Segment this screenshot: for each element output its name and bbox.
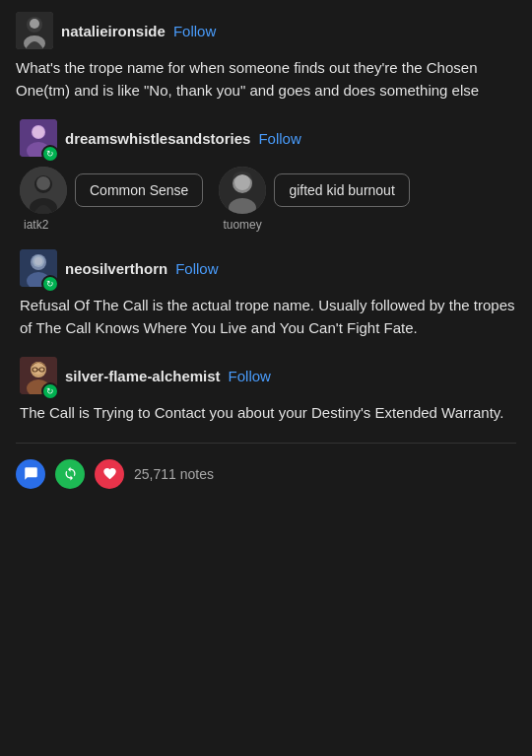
meme-username-tuomey: tuomey (223, 218, 261, 232)
meme-card-left: Common Sense (20, 167, 203, 214)
chat-icon (16, 459, 45, 489)
meme-item-left: Common Sense iatk2 (20, 167, 203, 232)
username-dreams: dreamswhistlesandstories (65, 130, 250, 147)
post-natalieironside: natalieironside Follow What's the trope … (16, 12, 516, 102)
post-dreamswhistlesandstories: ↻ dreamswhistlesandstories Follow (16, 119, 516, 232)
follow-button-natalieironside[interactable]: Follow (173, 23, 216, 39)
post-text-natalieironside: What's the trope name for when someone f… (16, 57, 516, 102)
user-row-silver: ↻ silver-flame-alchemist Follow (20, 357, 516, 394)
user-row-neo: ↻ neosilverthorn Follow (20, 249, 516, 287)
post-text-silver: The Call is Trying to Contact you about … (20, 402, 516, 425)
follow-button-dreams[interactable]: Follow (258, 130, 300, 147)
avatar-tuomey (219, 167, 266, 214)
username-natalieironside: natalieironside (61, 23, 166, 39)
notes-row: 25,711 notes (16, 459, 516, 489)
notes-divider (16, 443, 516, 444)
user-row-natalieironside: natalieironside Follow (16, 12, 516, 49)
follow-button-silver[interactable]: Follow (229, 368, 271, 384)
post-silver-flame: ↻ silver-flame-alchemist Follow The Call… (16, 357, 516, 425)
user-row-dreams: ↻ dreamswhistlesandstories Follow (20, 119, 516, 157)
post-neosilverthorn: ↻ neosilverthorn Follow Refusal Of The C… (16, 249, 516, 339)
meme-username-iatk2: iatk2 (24, 218, 48, 232)
reblog-notes-icon (55, 459, 85, 489)
svg-point-16 (234, 174, 250, 190)
svg-point-4 (30, 19, 39, 29)
reblog-icon-silver: ↻ (41, 382, 59, 400)
meme-label-common-sense: Common Sense (75, 173, 203, 207)
avatar-iatk2 (20, 167, 67, 214)
username-silver: silver-flame-alchemist (65, 368, 221, 384)
username-neo: neosilverthorn (65, 260, 167, 277)
svg-point-25 (33, 363, 44, 375)
svg-point-21 (34, 257, 42, 265)
heart-icon (95, 459, 124, 489)
post-text-neo: Refusal Of The Call is the actual trope … (20, 295, 516, 339)
reblog-icon-dreams: ↻ (41, 145, 59, 163)
meme-row: Common Sense iatk2 gifted kid burnout (20, 167, 516, 232)
reblog-icon-neo: ↻ (41, 275, 59, 293)
svg-point-8 (33, 126, 44, 138)
meme-item-right: gifted kid burnout tuomey (219, 167, 409, 232)
svg-point-12 (36, 176, 50, 190)
meme-label-gifted-kid: gifted kid burnout (274, 173, 409, 207)
meme-card-right: gifted kid burnout (219, 167, 409, 214)
notes-count: 25,711 notes (134, 466, 214, 482)
follow-button-neo[interactable]: Follow (175, 260, 218, 277)
avatar-natalieironside (16, 12, 53, 49)
